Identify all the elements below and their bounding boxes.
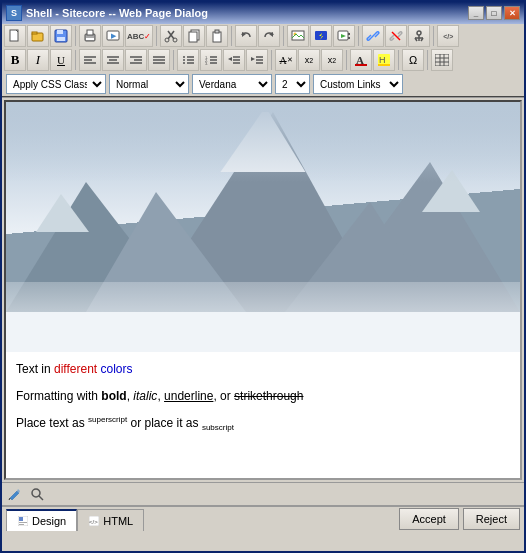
separator3	[231, 26, 232, 46]
svg-point-14	[173, 38, 177, 42]
undo-button[interactable]	[235, 25, 257, 47]
svg-line-78	[9, 498, 10, 500]
toolbar-row3: Apply CSS Class Normal Heading 1 Heading…	[2, 72, 524, 96]
menu-toolbar: ▶ ABC ✓	[2, 24, 524, 98]
style-select[interactable]: Normal Heading 1 Heading 2 Heading 3	[109, 74, 189, 94]
accept-button[interactable]: Accept	[399, 508, 459, 530]
maximize-button[interactable]: □	[486, 6, 502, 20]
svg-line-29	[371, 34, 375, 38]
svg-rect-2	[32, 32, 37, 34]
mountain-image	[6, 102, 520, 352]
new-doc-button[interactable]	[4, 25, 26, 47]
svg-point-13	[165, 38, 169, 42]
superscript-button[interactable]: x2	[321, 49, 343, 71]
separator11	[398, 50, 399, 70]
line3-sub: subscript	[202, 416, 234, 430]
ordered-list-button[interactable]: 1.2.3.	[200, 49, 222, 71]
special-char-button[interactable]: Ω	[402, 49, 424, 71]
magnify-icon[interactable]	[28, 485, 46, 503]
indent-button[interactable]	[246, 49, 268, 71]
unlink-button[interactable]	[385, 25, 407, 47]
svg-rect-4	[57, 30, 63, 34]
separator10	[346, 50, 347, 70]
tab-design[interactable]: Design	[6, 509, 77, 531]
font-color-button[interactable]: A	[350, 49, 372, 71]
outdent-button[interactable]	[223, 49, 245, 71]
line2-italic: italic	[133, 389, 157, 403]
italic-button[interactable]: I	[27, 49, 49, 71]
pencil-icon[interactable]	[6, 485, 24, 503]
mountain-scene	[6, 102, 520, 352]
image-button[interactable]	[287, 25, 309, 47]
window-title: Shell - Sitecore -- Web Page Dialog	[26, 7, 208, 19]
minimize-button[interactable]: _	[468, 6, 484, 20]
content-area[interactable]: Text in different colors Formatting with…	[4, 100, 522, 480]
font-select[interactable]: Verdana Arial Times New Roman	[192, 74, 272, 94]
bold-button[interactable]: B	[4, 49, 26, 71]
tab-html[interactable]: </> HTML	[77, 509, 144, 531]
svg-rect-28	[348, 37, 350, 39]
svg-text:</>: </>	[89, 519, 98, 525]
line3-prefix: Place text as	[16, 416, 88, 430]
toolbar-row2: B I U 1.2.3.	[2, 48, 524, 72]
reject-button[interactable]: Reject	[463, 508, 520, 530]
spell-button[interactable]: ABC ✓	[125, 25, 153, 47]
separator7	[75, 50, 76, 70]
svg-line-80	[39, 496, 43, 500]
svg-rect-27	[348, 33, 350, 35]
save-button[interactable]	[50, 25, 72, 47]
line2-prefix: Formatting with	[16, 389, 101, 403]
paste-button[interactable]	[206, 25, 228, 47]
underline-button[interactable]: U	[50, 49, 72, 71]
media-button[interactable]	[333, 25, 355, 47]
css-class-select[interactable]: Apply CSS Class	[6, 74, 106, 94]
anchor-button[interactable]	[408, 25, 430, 47]
print-button[interactable]	[79, 25, 101, 47]
status-bar: Design </> HTML Accept Reject	[2, 505, 524, 531]
svg-rect-7	[87, 30, 93, 35]
align-center-button[interactable]	[102, 49, 124, 71]
svg-rect-5	[57, 37, 65, 41]
line2: Formatting with bold, italic, underline,…	[16, 387, 510, 406]
title-bar-controls: _ □ ✕	[468, 6, 520, 20]
unordered-list-button[interactable]	[177, 49, 199, 71]
line1-word1: different	[54, 362, 97, 376]
separator9	[271, 50, 272, 70]
main-window: S Shell - Sitecore -- Web Page Dialog _ …	[0, 0, 526, 553]
copy-button[interactable]	[183, 25, 205, 47]
justify-button[interactable]	[148, 49, 170, 71]
html-button[interactable]: </>	[437, 25, 459, 47]
cut-button[interactable]	[160, 25, 182, 47]
title-bar-left: S Shell - Sitecore -- Web Page Dialog	[6, 5, 208, 21]
svg-marker-64	[251, 57, 255, 61]
fog-layer	[6, 282, 520, 352]
svg-point-52	[183, 62, 185, 64]
line3-middle: or place it as	[127, 416, 202, 430]
svg-rect-0	[10, 30, 18, 41]
link-button[interactable]	[362, 25, 384, 47]
line2-strike: strikethrough	[234, 389, 303, 403]
sky-overlay	[6, 102, 520, 182]
svg-point-48	[183, 56, 185, 58]
redo-button[interactable]	[258, 25, 280, 47]
align-left-button[interactable]	[79, 49, 101, 71]
close-button[interactable]: ✕	[504, 6, 520, 20]
highlight-button[interactable]: H	[373, 49, 395, 71]
open-button[interactable]	[27, 25, 49, 47]
title-bar: S Shell - Sitecore -- Web Page Dialog _ …	[2, 2, 524, 24]
svg-text:3.: 3.	[205, 61, 208, 65]
subscript-button[interactable]: x2	[298, 49, 320, 71]
strikethrough-button[interactable]: A ✕	[275, 49, 297, 71]
align-right-button[interactable]	[125, 49, 147, 71]
links-select[interactable]: Custom Links	[313, 74, 403, 94]
svg-rect-82	[19, 517, 23, 521]
separator1	[75, 26, 76, 46]
design-tab-icon	[17, 515, 29, 527]
svg-point-79	[32, 489, 40, 497]
preview-button[interactable]: ▶	[102, 25, 124, 47]
flash-button[interactable]	[310, 25, 332, 47]
separator4	[283, 26, 284, 46]
svg-rect-69	[355, 64, 367, 66]
size-select[interactable]: 2 1 3 4 5	[275, 74, 310, 94]
table-button[interactable]	[431, 49, 453, 71]
